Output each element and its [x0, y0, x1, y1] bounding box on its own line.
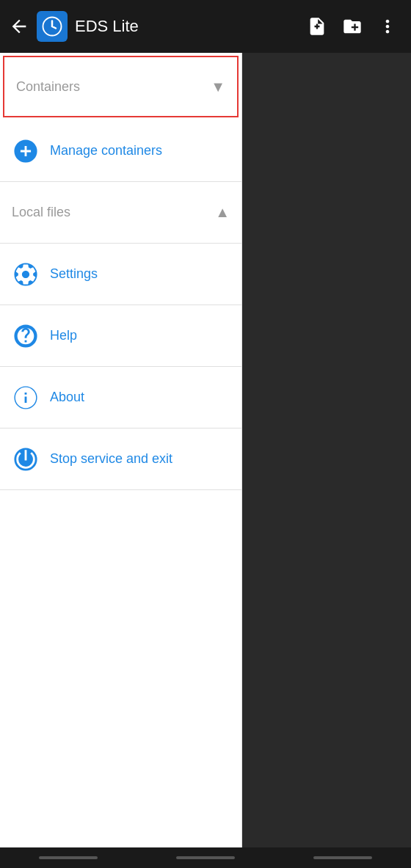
- stop-service-label: Stop service and exit: [50, 451, 172, 467]
- add-folder-button[interactable]: [338, 12, 367, 41]
- bottom-navigation-bar: [0, 847, 411, 868]
- bottom-pill-right: [313, 856, 372, 859]
- plus-circle-icon: [12, 137, 40, 165]
- new-file-button[interactable]: [302, 12, 332, 41]
- stop-service-item[interactable]: Stop service and exit: [0, 428, 241, 490]
- more-options-button[interactable]: [373, 12, 402, 41]
- about-item[interactable]: About: [0, 367, 241, 428]
- settings-label: Settings: [50, 266, 98, 282]
- action-bar: EDS Lite: [0, 0, 411, 53]
- chevron-up-icon: ▲: [215, 204, 230, 221]
- app-title: EDS Lite: [75, 17, 139, 36]
- help-label: Help: [50, 328, 77, 343]
- main-layout: Containers ▼ Manage containers Local fil…: [0, 53, 411, 868]
- local-files-section[interactable]: Local files ▲: [0, 182, 241, 244]
- manage-containers-label: Manage containers: [50, 143, 162, 158]
- bottom-pill-center: [176, 856, 235, 859]
- navigation-drawer: Containers ▼ Manage containers Local fil…: [0, 53, 242, 868]
- info-icon: [12, 384, 40, 412]
- about-label: About: [50, 390, 84, 405]
- settings-icon: [12, 260, 40, 288]
- content-area: [242, 53, 411, 868]
- action-bar-left: EDS Lite: [9, 11, 302, 42]
- containers-label: Containers: [16, 79, 80, 95]
- help-icon: [12, 322, 40, 350]
- back-button[interactable]: [9, 16, 29, 37]
- power-icon: [12, 445, 40, 473]
- local-files-label: Local files: [12, 205, 70, 220]
- bottom-pill-left: [39, 856, 98, 859]
- manage-containers-item[interactable]: Manage containers: [0, 120, 241, 182]
- chevron-down-icon: ▼: [211, 79, 225, 95]
- containers-dropdown[interactable]: Containers ▼: [3, 56, 239, 117]
- action-bar-right: [302, 12, 402, 41]
- help-item[interactable]: Help: [0, 305, 241, 367]
- app-icon: [37, 11, 68, 42]
- settings-item[interactable]: Settings: [0, 244, 241, 305]
